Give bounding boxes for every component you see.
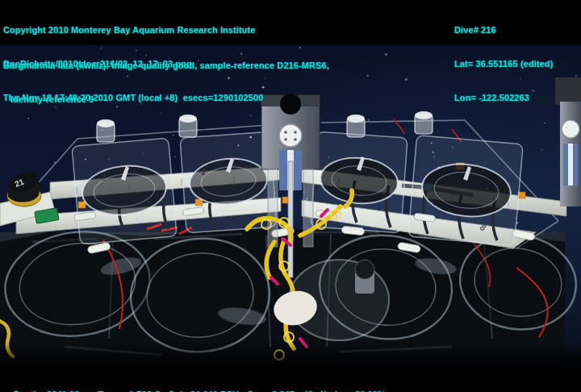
tower-dial: [279, 124, 302, 147]
tower-rod: [288, 161, 293, 277]
video-frame: 1 2 8: [0, 0, 581, 392]
copyright-line: Copyright 2010 Monterey Bay Aquarium Res…: [3, 24, 263, 35]
bottom-fade: [0, 342, 581, 368]
hud-telemetry: Depth= 2841.98 mTemp= 1.702 CSal= 34.649…: [3, 377, 394, 392]
hud-annotation: Bargmannia lata (kwalz): image-quality g…: [3, 37, 329, 127]
longitude: Lon= -122.502263: [454, 92, 553, 103]
annotation-line-2: identity-reference 9: [3, 94, 329, 105]
dive-number: Dive# 216: [454, 24, 553, 35]
annotation-line-1: Bargmannia lata (kwalz): image-quality g…: [3, 60, 329, 71]
latitude: Lat= 36.551165 (edited): [454, 58, 553, 69]
hud-top-right: Dive# 216 Lat= 36.551165 (edited) Lon= -…: [454, 2, 553, 126]
